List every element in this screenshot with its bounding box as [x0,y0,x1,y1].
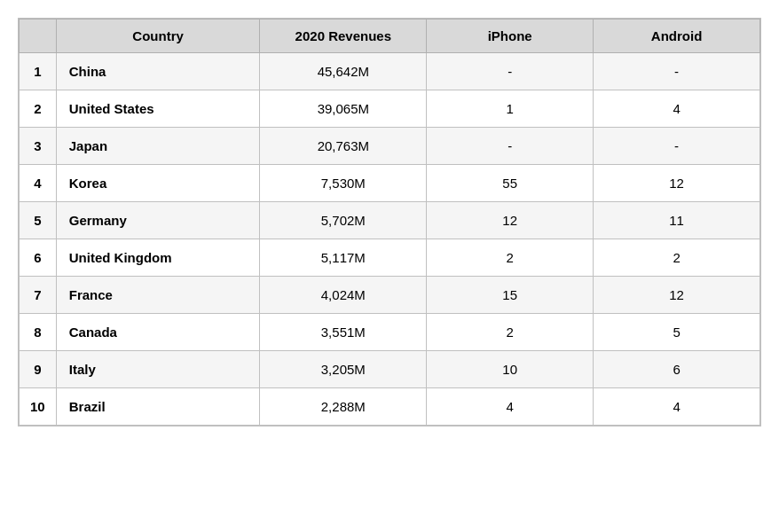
cell-revenue: 4,024M [260,277,427,314]
cell-android: 4 [594,388,760,426]
table-row: 3Japan20,763M-- [20,128,760,165]
cell-country: United States [56,90,260,128]
cell-rank: 9 [20,351,57,388]
cell-android: 4 [594,90,760,128]
cell-country: Canada [56,314,260,351]
header-country: Country [56,20,260,53]
cell-revenue: 20,763M [260,128,427,165]
table-header-row: Country 2020 Revenues iPhone Android [20,20,760,53]
cell-iphone: - [427,128,594,165]
cell-iphone: 15 [427,277,594,314]
cell-revenue: 3,205M [260,351,427,388]
cell-rank: 7 [20,277,57,314]
cell-rank: 10 [20,388,57,426]
cell-iphone: 2 [427,239,594,277]
table-body: 1China45,642M--2United States39,065M143J… [20,53,760,426]
cell-android: 12 [594,165,760,202]
header-revenue: 2020 Revenues [260,20,427,53]
cell-android: 11 [594,202,760,239]
cell-android: 6 [594,351,760,388]
cell-revenue: 7,530M [260,165,427,202]
cell-iphone: 55 [427,165,594,202]
cell-iphone: 1 [427,90,594,128]
cell-iphone: 12 [427,202,594,239]
table-row: 10Brazil2,288M44 [20,388,760,426]
cell-country: Italy [56,351,260,388]
cell-country: Brazil [56,388,260,426]
cell-rank: 2 [20,90,57,128]
header-iphone: iPhone [427,20,594,53]
cell-iphone: 4 [427,388,594,426]
cell-rank: 5 [20,202,57,239]
cell-country: China [56,53,260,90]
cell-android: - [594,128,760,165]
cell-country: Germany [56,202,260,239]
cell-revenue: 2,288M [260,388,427,426]
cell-android: 2 [594,239,760,277]
table-row: 1China45,642M-- [20,53,760,90]
header-rank [20,20,57,53]
table-row: 8Canada3,551M25 [20,314,760,351]
cell-rank: 3 [20,128,57,165]
cell-revenue: 5,117M [260,239,427,277]
cell-rank: 4 [20,165,57,202]
cell-iphone: - [427,53,594,90]
header-android: Android [594,20,760,53]
cell-android: 12 [594,277,760,314]
table-row: 5Germany5,702M1211 [20,202,760,239]
main-table-container: Country 2020 Revenues iPhone Android 1Ch… [18,18,761,426]
cell-revenue: 3,551M [260,314,427,351]
cell-country: Korea [56,165,260,202]
table-row: 4Korea7,530M5512 [20,165,760,202]
cell-revenue: 5,702M [260,202,427,239]
cell-iphone: 10 [427,351,594,388]
cell-iphone: 2 [427,314,594,351]
cell-android: 5 [594,314,760,351]
table-row: 9Italy3,205M106 [20,351,760,388]
cell-rank: 1 [20,53,57,90]
cell-rank: 6 [20,239,57,277]
cell-revenue: 39,065M [260,90,427,128]
cell-android: - [594,53,760,90]
rankings-table: Country 2020 Revenues iPhone Android 1Ch… [19,19,760,426]
cell-country: France [56,277,260,314]
cell-rank: 8 [20,314,57,351]
table-row: 6United Kingdom5,117M22 [20,239,760,277]
cell-revenue: 45,642M [260,53,427,90]
cell-country: Japan [56,128,260,165]
table-row: 2United States39,065M14 [20,90,760,128]
table-row: 7France4,024M1512 [20,277,760,314]
cell-country: United Kingdom [56,239,260,277]
